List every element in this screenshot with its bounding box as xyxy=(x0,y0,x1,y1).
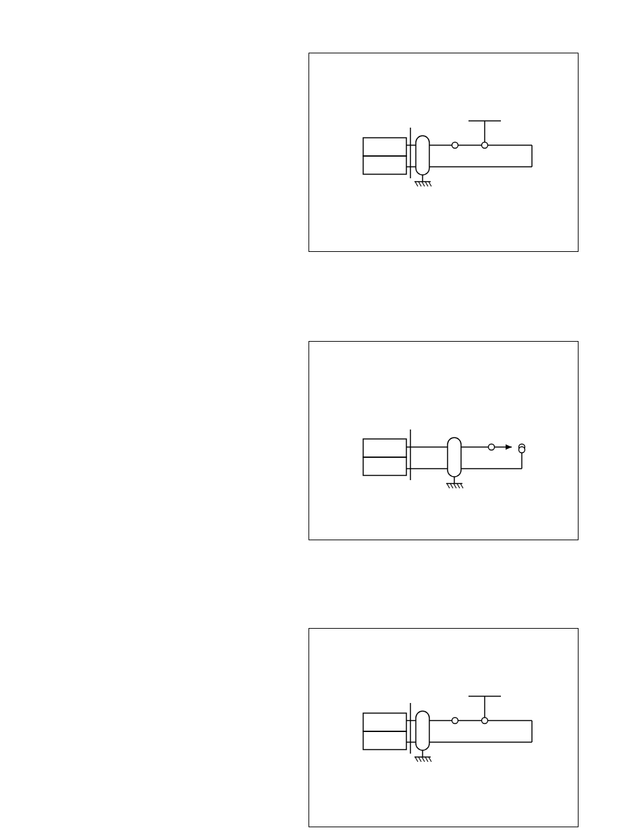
ground-hatch xyxy=(422,182,425,186)
circuit-diagram-a xyxy=(309,53,579,253)
filter-block-bottom xyxy=(363,731,406,750)
ground-hatch xyxy=(419,757,421,762)
filter-block-top xyxy=(363,138,406,156)
ground-hatch xyxy=(425,182,428,186)
ground-hatch xyxy=(425,757,428,762)
node-icon xyxy=(452,142,458,149)
ground-hatch xyxy=(419,182,421,186)
circuit-diagram-b-overlay xyxy=(309,342,579,541)
ground-hatch xyxy=(422,757,425,762)
ground-hatch xyxy=(415,182,418,186)
balun-oblong xyxy=(416,136,429,175)
page xyxy=(0,0,644,834)
node-icon xyxy=(482,142,488,149)
ground-hatch xyxy=(429,182,431,186)
circuit-panel-a xyxy=(308,53,579,252)
circuit-panel-b xyxy=(308,341,579,540)
balun-oblong xyxy=(416,711,429,750)
node-icon xyxy=(452,718,458,724)
filter-block-bottom xyxy=(363,156,406,174)
circuit-panel-c xyxy=(308,628,579,827)
node-icon xyxy=(482,718,488,724)
output-terminal-bottom xyxy=(519,447,525,453)
circuit-diagram-c xyxy=(309,629,579,828)
filter-block-top xyxy=(363,713,406,731)
ground-hatch xyxy=(415,757,418,762)
ground-hatch xyxy=(429,757,431,762)
